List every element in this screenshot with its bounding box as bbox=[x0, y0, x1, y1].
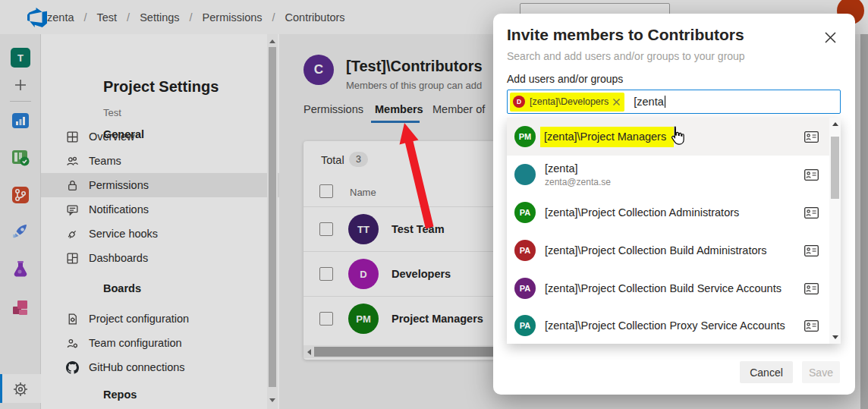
mouse-cursor-icon bbox=[668, 124, 687, 147]
suggestion-item[interactable]: PA [zenta]\Project Collection Build Serv… bbox=[507, 269, 829, 307]
identity-picker-input[interactable]: D [zenta]\Developers [zenta bbox=[507, 90, 841, 114]
contact-card-icon[interactable] bbox=[804, 207, 819, 219]
suggestion-name: [zenta]\Project Collection Build Adminis… bbox=[545, 244, 767, 256]
dialog-title: Invite members to Contributors bbox=[507, 26, 744, 44]
suggestion-avatar: PA bbox=[514, 315, 536, 336]
suggestion-item[interactable]: PA [zenta]\Project Collection Proxy Serv… bbox=[507, 307, 829, 344]
selected-identity-chip[interactable]: D [zenta]\Developers bbox=[510, 93, 624, 112]
typed-text-value: [zenta bbox=[634, 96, 664, 108]
suggestion-name: [zenta]\Project Collection Build Service… bbox=[545, 282, 782, 294]
identity-suggestions-dropdown: PM [zenta]\Project Managers [zenta] zent… bbox=[507, 118, 841, 344]
suggestion-name: [zenta] bbox=[545, 162, 611, 175]
invite-members-dialog: Invite members to Contributors Search an… bbox=[493, 14, 855, 395]
chip-avatar: D bbox=[513, 96, 525, 108]
suggestion-name: [zenta]\Project Managers bbox=[540, 127, 674, 147]
scroll-up-icon[interactable] bbox=[832, 121, 838, 126]
picker-typed-text[interactable]: [zenta bbox=[634, 96, 665, 108]
contact-card-icon[interactable] bbox=[804, 283, 819, 294]
suggestion-avatar: PA bbox=[514, 202, 536, 223]
dialog-subtitle: Search and add users and/or groups to yo… bbox=[507, 50, 745, 62]
scroll-down-icon[interactable] bbox=[832, 335, 838, 340]
suggestion-avatar: PM bbox=[514, 126, 536, 147]
suggestion-item[interactable]: [zenta] zenta@zenta.se bbox=[507, 156, 829, 193]
app-root: zenta / Test / Settings / Permissions / … bbox=[0, 0, 868, 409]
contact-card-icon[interactable] bbox=[804, 169, 819, 181]
cancel-button[interactable]: Cancel bbox=[740, 361, 793, 383]
suggestion-name: [zenta]\Project Collection Proxy Service… bbox=[545, 319, 785, 332]
chip-remove-icon[interactable] bbox=[613, 99, 620, 105]
text-caret bbox=[665, 96, 665, 108]
contact-card-icon[interactable] bbox=[804, 320, 819, 332]
suggestion-avatar bbox=[514, 164, 536, 185]
suggestion-avatar: PA bbox=[514, 278, 536, 299]
picker-field-label: Add users and/or groups bbox=[507, 73, 623, 85]
chip-label: [zenta]\Developers bbox=[530, 96, 609, 107]
suggestion-avatar: PA bbox=[514, 240, 536, 261]
dropdown-scrollbar[interactable] bbox=[829, 118, 841, 344]
contact-card-icon[interactable] bbox=[804, 131, 819, 143]
save-button[interactable]: Save bbox=[802, 361, 840, 383]
scrollbar-thumb[interactable] bbox=[831, 137, 839, 199]
suggestion-name: [zenta]\Project Collection Administrator… bbox=[545, 206, 739, 219]
suggestion-item[interactable]: PA [zenta]\Project Collection Build Admi… bbox=[507, 231, 829, 269]
close-icon[interactable] bbox=[820, 27, 840, 47]
suggestion-item[interactable]: PA [zenta]\Project Collection Administra… bbox=[507, 193, 829, 231]
contact-card-icon[interactable] bbox=[804, 245, 819, 256]
annotation-arrow bbox=[370, 114, 446, 235]
suggestion-email: zenta@zenta.se bbox=[545, 177, 611, 187]
